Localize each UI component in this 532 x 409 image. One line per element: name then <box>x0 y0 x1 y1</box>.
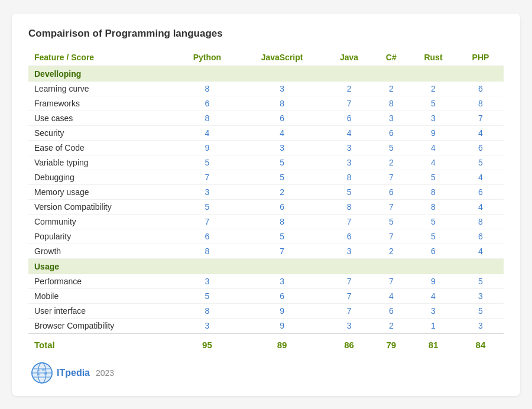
comparison-table: Feature / Score Python JavaScript Java C… <box>28 49 504 353</box>
value-cell: 4 <box>458 170 504 184</box>
feature-cell: Mobile <box>28 288 176 303</box>
value-cell: 9 <box>409 125 458 140</box>
total-label: Total <box>28 333 176 353</box>
feature-cell: Memory usage <box>28 184 176 199</box>
value-cell: 7 <box>325 303 374 318</box>
value-cell: 9 <box>176 140 239 155</box>
table-row: Frameworks687858 <box>28 96 504 111</box>
table-row: Performance337795 <box>28 274 504 289</box>
value-cell: 6 <box>458 82 504 96</box>
value-cell: 3 <box>325 155 374 170</box>
value-cell: 5 <box>176 199 239 214</box>
value-cell: 4 <box>239 125 325 140</box>
value-cell: 9 <box>409 274 458 289</box>
feature-cell: Growth <box>28 244 176 258</box>
col-header-javascript: JavaScript <box>239 49 325 66</box>
feature-cell: Variable typing <box>28 155 176 170</box>
table-row: Ease of Code933546 <box>28 140 504 155</box>
value-cell: 6 <box>239 199 325 214</box>
value-cell: 5 <box>458 155 504 170</box>
value-cell: 2 <box>374 318 410 333</box>
total-value: 89 <box>239 333 325 353</box>
page-title: Compairison of Programming languages <box>28 28 504 40</box>
feature-header: Feature / Score <box>28 49 176 66</box>
col-header-php: PHP <box>458 49 504 66</box>
value-cell: 8 <box>325 170 374 184</box>
value-cell: 7 <box>325 288 374 303</box>
value-cell: 5 <box>458 274 504 289</box>
value-cell: 6 <box>458 140 504 155</box>
value-cell: 8 <box>176 244 239 258</box>
table-row: Community787558 <box>28 214 504 229</box>
table-row: Version Compatibility568784 <box>28 199 504 214</box>
footer: ITpedia 2023 <box>28 362 504 384</box>
value-cell: 8 <box>176 303 239 318</box>
value-cell: 5 <box>374 140 410 155</box>
value-cell: 6 <box>374 184 410 199</box>
feature-cell: Debugging <box>28 170 176 184</box>
value-cell: 7 <box>176 170 239 184</box>
value-cell: 4 <box>325 125 374 140</box>
value-cell: 3 <box>325 318 374 333</box>
value-cell: 3 <box>239 140 325 155</box>
table-row: Learning curve832226 <box>28 82 504 96</box>
value-cell: 2 <box>409 82 458 96</box>
total-row: Total958986798184 <box>28 333 504 353</box>
table-row: Memory usage325686 <box>28 184 504 199</box>
value-cell: 7 <box>458 111 504 125</box>
value-cell: 8 <box>239 214 325 229</box>
feature-cell: Version Compatibility <box>28 199 176 214</box>
feature-cell: User interface <box>28 303 176 318</box>
value-cell: 7 <box>325 96 374 111</box>
total-value: 86 <box>325 333 374 353</box>
value-cell: 3 <box>458 288 504 303</box>
value-cell: 5 <box>374 214 410 229</box>
col-header-csharp: C# <box>374 49 410 66</box>
value-cell: 4 <box>409 155 458 170</box>
value-cell: 7 <box>374 199 410 214</box>
total-value: 95 <box>176 333 239 353</box>
value-cell: 3 <box>239 274 325 289</box>
value-cell: 4 <box>458 125 504 140</box>
value-cell: 8 <box>176 82 239 96</box>
feature-cell: Frameworks <box>28 96 176 111</box>
value-cell: 4 <box>458 244 504 258</box>
col-header-java: Java <box>325 49 374 66</box>
value-cell: 5 <box>239 170 325 184</box>
value-cell: 6 <box>458 229 504 244</box>
value-cell: 7 <box>374 229 410 244</box>
value-cell: 3 <box>325 140 374 155</box>
section-header-develloping: Develloping <box>28 66 504 82</box>
value-cell: 4 <box>409 140 458 155</box>
value-cell: 7 <box>176 214 239 229</box>
value-cell: 5 <box>409 229 458 244</box>
brand-label: ITpedia <box>57 368 90 378</box>
value-cell: 9 <box>239 318 325 333</box>
col-header-python: Python <box>176 49 239 66</box>
value-cell: 5 <box>176 155 239 170</box>
value-cell: 5 <box>409 96 458 111</box>
value-cell: 4 <box>176 125 239 140</box>
value-cell: 2 <box>239 184 325 199</box>
value-cell: 8 <box>176 111 239 125</box>
total-value: 81 <box>409 333 458 353</box>
value-cell: 5 <box>409 214 458 229</box>
value-cell: 3 <box>374 111 410 125</box>
value-cell: 8 <box>239 96 325 111</box>
value-cell: 5 <box>176 288 239 303</box>
value-cell: 4 <box>458 199 504 214</box>
value-cell: 8 <box>458 214 504 229</box>
value-cell: 7 <box>325 274 374 289</box>
feature-cell: Learning curve <box>28 82 176 96</box>
value-cell: 2 <box>325 82 374 96</box>
value-cell: 6 <box>239 288 325 303</box>
value-cell: 5 <box>239 229 325 244</box>
globe-icon <box>31 362 53 384</box>
value-cell: 3 <box>176 274 239 289</box>
section-header-usage: Usage <box>28 258 504 274</box>
value-cell: 6 <box>325 111 374 125</box>
value-cell: 8 <box>409 184 458 199</box>
total-value: 79 <box>374 333 410 353</box>
value-cell: 2 <box>374 82 410 96</box>
value-cell: 8 <box>409 199 458 214</box>
